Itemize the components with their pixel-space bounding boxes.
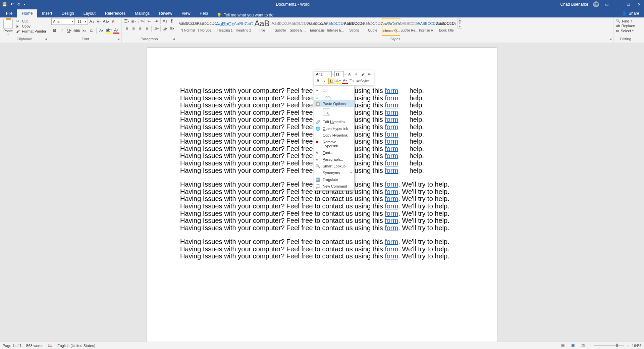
sort-icon[interactable]: A↓ <box>162 18 168 24</box>
hyperlink[interactable]: form <box>385 238 398 245</box>
font-color-icon[interactable]: A▾ <box>113 28 119 34</box>
read-mode-icon[interactable]: ▤ <box>559 343 567 348</box>
hyperlink[interactable]: form <box>385 152 398 159</box>
mini-format-painter-icon[interactable]: 🖌 <box>360 71 366 77</box>
mini-highlight-icon[interactable]: ab▾ <box>335 78 341 84</box>
mini-font-size[interactable] <box>334 71 344 77</box>
web-layout-icon[interactable]: ▥ <box>579 343 587 348</box>
cm-open-hyperlink[interactable]: 🌐Open Hyperlink <box>314 125 354 132</box>
tab-home[interactable]: Home <box>17 9 37 17</box>
cm-paragraph[interactable]: ≡Paragraph... <box>314 156 354 163</box>
hyperlink[interactable]: form <box>385 94 398 102</box>
styles-launcher-icon[interactable]: ◢ <box>609 37 611 41</box>
mini-underline[interactable]: U <box>328 78 334 84</box>
cut-button[interactable]: ✂Cut <box>15 19 47 23</box>
paste-button[interactable]: Paste ▾ <box>2 18 14 37</box>
style--normal[interactable]: AaBbCcDc¶ Normal <box>179 18 197 36</box>
bullets-icon[interactable]: ☰▾ <box>124 18 130 24</box>
font-name-select[interactable]: Arial▾ <box>51 18 75 25</box>
style-intense-e-[interactable]: AaBbCcDcIntense E... <box>327 18 345 36</box>
text-effects-icon[interactable]: A▾ <box>98 28 105 34</box>
zoom-in-icon[interactable]: + <box>627 344 629 348</box>
spellcheck-icon[interactable]: 📖 <box>48 343 53 348</box>
increase-indent-icon[interactable]: ⇥ <box>153 18 159 24</box>
hyperlink[interactable]: form <box>385 145 398 152</box>
cm-remove-hyperlink[interactable]: ✖Remove Hyperlink <box>314 139 354 149</box>
document-line[interactable]: Having Issues with your computer? Feel f… <box>180 253 464 260</box>
tab-mailings[interactable]: Mailings <box>130 9 154 17</box>
mini-font-color-icon[interactable]: A▾ <box>342 78 348 84</box>
change-case-icon[interactable]: Aa▾ <box>103 18 109 24</box>
tab-view[interactable]: View <box>177 9 195 17</box>
style-book-title[interactable]: AaBbCcDcBook Title <box>437 18 455 36</box>
gallery-more-icon[interactable]: ▾ <box>458 25 462 28</box>
replace-button[interactable]: abReplace <box>616 24 635 28</box>
borders-icon[interactable]: ⊞▾ <box>169 26 175 32</box>
font-size-select[interactable]: 11▾ <box>76 18 88 25</box>
tab-file[interactable]: File <box>1 9 17 17</box>
tab-review[interactable]: Review <box>154 9 177 17</box>
user-avatar[interactable]: CB <box>593 1 599 7</box>
mini-shrink-icon[interactable]: A <box>353 71 359 77</box>
paragraph-launcher-icon[interactable]: ◢ <box>172 37 175 41</box>
zoom-slider[interactable] <box>594 345 624 346</box>
cm-font[interactable]: AFont... <box>314 149 354 156</box>
hyperlink[interactable]: form <box>385 109 398 116</box>
tab-design[interactable]: Design <box>57 9 78 17</box>
tab-layout[interactable]: Layout <box>79 9 100 17</box>
print-layout-icon[interactable]: ▦ <box>569 343 577 348</box>
underline-button[interactable]: U▾ <box>66 28 73 34</box>
cm-translate[interactable]: 🔤Translate <box>314 176 354 183</box>
style-heading-2[interactable]: AaBbCcCHeading 2 <box>234 18 253 36</box>
hyperlink[interactable]: form <box>385 188 398 195</box>
cm-smart-lookup[interactable]: 🔍Smart Lookup <box>314 163 354 169</box>
hyperlink[interactable]: form <box>385 167 398 174</box>
style-quote[interactable]: AaBbCcDcQuote <box>364 18 382 36</box>
undo-icon[interactable]: ↶ <box>10 2 14 7</box>
document-line[interactable]: Having Issues with your computer? Feel f… <box>180 217 464 225</box>
highlight-icon[interactable]: ab▾ <box>105 28 112 34</box>
clipboard-launcher-icon[interactable]: ◢ <box>45 37 47 41</box>
cm-edit-hyperlink[interactable]: 🔗Edit Hyperlink... <box>314 118 354 125</box>
mini-styles-button[interactable]: Styles <box>362 78 368 84</box>
cm-synonyms[interactable]: Synonyms <box>314 169 354 176</box>
style-subtle-em-[interactable]: AaBbCcDcSubtle Em... <box>290 18 308 36</box>
copy-button[interactable]: ⎘Copy <box>15 24 47 29</box>
mini-italic[interactable]: I <box>322 78 328 84</box>
mini-styles-icon[interactable]: A▾ <box>367 71 373 77</box>
hyperlink[interactable]: form <box>385 116 398 123</box>
zoom-level[interactable]: 164% <box>632 344 641 348</box>
mini-grow-icon[interactable]: A <box>346 71 353 77</box>
hyperlink[interactable]: form <box>385 195 398 202</box>
style-intense-q-[interactable]: AaBbCcDcIntense Q... <box>382 18 400 36</box>
style-subtle-ref-[interactable]: AABBCCDCSubtle Ref... <box>400 18 419 36</box>
mini-font-name[interactable] <box>315 71 332 77</box>
close-icon[interactable]: ✕ <box>636 2 642 7</box>
tab-help[interactable]: Help <box>195 9 213 17</box>
numbering-icon[interactable]: ≣▾ <box>130 18 137 24</box>
save-icon[interactable]: 💾 <box>2 2 7 7</box>
tell-me[interactable]: 💡 Tell me what you want to do <box>217 13 273 17</box>
cm-new-comment[interactable]: 💬New Comment <box>314 183 354 190</box>
subscript-button[interactable]: x2 <box>81 28 88 34</box>
cm-copy-hyperlink[interactable]: Copy Hyperlink <box>314 132 354 139</box>
italic-button[interactable]: I <box>59 28 65 34</box>
zoom-out-icon[interactable]: − <box>589 344 591 348</box>
tab-references[interactable]: References <box>100 9 130 17</box>
hyperlink[interactable]: form <box>385 202 398 210</box>
align-right-icon[interactable]: ≡ <box>137 26 143 32</box>
hyperlink[interactable]: form <box>385 123 398 131</box>
grow-font-icon[interactable]: A▲ <box>89 18 95 24</box>
style-subtitle[interactable]: AaBbCcDSubtitle <box>271 18 289 36</box>
mini-bold[interactable]: B <box>315 78 321 84</box>
tab-insert[interactable]: Insert <box>37 9 57 17</box>
hyperlink[interactable]: form <box>385 101 398 109</box>
align-left-icon[interactable]: ≡ <box>124 26 130 32</box>
hyperlink[interactable]: form <box>385 217 398 224</box>
decrease-indent-icon[interactable]: ⇤ <box>146 18 152 24</box>
paste-keep-text-icon[interactable] <box>323 108 330 116</box>
style-title[interactable]: AaBTitle <box>253 18 271 36</box>
style--no-spac-[interactable]: AaBbCcDc¶ No Spac... <box>198 18 216 36</box>
hyperlink[interactable]: form <box>385 138 398 145</box>
styles-gallery[interactable]: AaBbCcDc¶ NormalAaBbCcDc¶ No Spac...AaBb… <box>179 18 455 36</box>
